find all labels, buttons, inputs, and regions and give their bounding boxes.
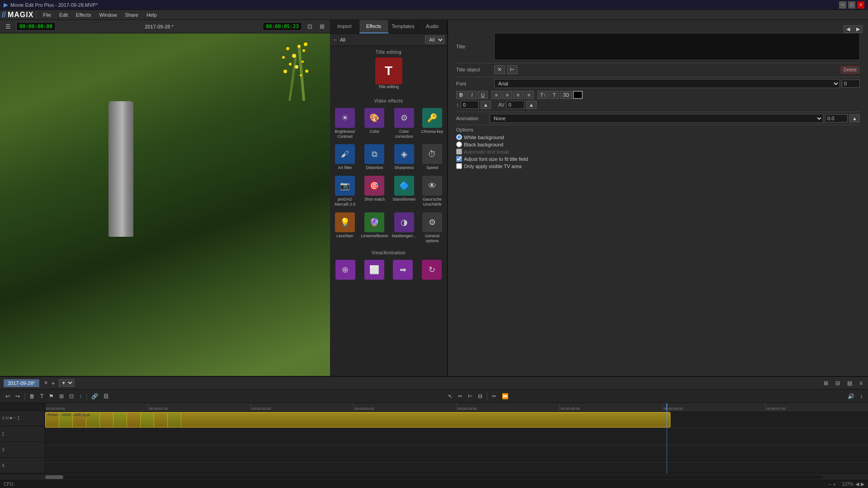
track-mute-btn[interactable]: M — [5, 416, 9, 420]
timeline-add-dropdown[interactable]: ▼ — [59, 379, 74, 387]
menu-help[interactable]: Help — [143, 11, 160, 19]
align-right-button[interactable]: ≡ — [513, 91, 523, 99]
timeline-view-btn-1[interactable]: ⊞ — [822, 379, 830, 387]
animation-up-button[interactable]: ▲ — [849, 114, 860, 122]
tab-audio[interactable]: Audio — [418, 20, 447, 33]
black-bg-radio[interactable] — [456, 141, 462, 147]
text-style-button[interactable]: T — [549, 91, 559, 99]
tl-title[interactable]: T — [38, 392, 45, 400]
effects-filter-dropdown[interactable]: All — [425, 36, 444, 44]
effect-brightness-contrast[interactable]: ☀ Brightness/Contrast — [332, 106, 358, 141]
anim-item-1[interactable]: ⊕ — [332, 258, 359, 283]
timeline-tab-close[interactable]: ✕ — [44, 380, 48, 386]
track-lock-btn[interactable]: ■ — [10, 416, 12, 420]
close-button[interactable]: ✕ — [857, 1, 864, 9]
animation-select[interactable]: None — [490, 114, 823, 123]
track-solo-btn[interactable]: S — [2, 416, 5, 420]
tab-import[interactable]: Import — [330, 20, 359, 33]
tl-redo[interactable]: ↪ — [14, 392, 22, 400]
title-editing-icon[interactable]: T — [375, 57, 402, 84]
tl-delete[interactable]: 🗑 — [28, 392, 37, 400]
timeline-scrollbar[interactable] — [0, 474, 868, 480]
effect-lens-reflection[interactable]: 🔮 Linsenreflexion — [360, 211, 389, 245]
line-spacing-input[interactable] — [461, 101, 479, 109]
underline-button[interactable]: U — [478, 91, 488, 99]
timeline-tracks[interactable]: 00:00:00:00 00:00:01:00 00:00:02:00 00:0… — [45, 403, 868, 474]
video-clip[interactable]: Robin - 3908 - edit.mp4 — [45, 412, 670, 427]
3d-button[interactable]: 3D — [560, 91, 572, 99]
tab-templates[interactable]: Templates — [389, 20, 418, 33]
tl-cut[interactable]: ✂ — [456, 392, 464, 400]
animation-value-input[interactable] — [825, 114, 848, 122]
effect-gaussian-blur[interactable]: 👁 Gaus'scheUnschärfe — [419, 174, 445, 209]
effect-general-options[interactable]: ⚙ Generaloptions — [419, 211, 445, 245]
anim-item-4[interactable]: ↻ — [418, 258, 445, 283]
effects-back-button[interactable]: ← — [333, 37, 338, 43]
track-split-btn[interactable]: ÷: — [13, 416, 16, 420]
auto-break-checkbox[interactable] — [456, 149, 462, 155]
menu-window[interactable]: Window — [95, 11, 120, 19]
effect-transformers[interactable]: 🔷 Stansformen — [391, 174, 417, 209]
zoom-in-button[interactable]: + — [833, 482, 836, 487]
visible-tv-checkbox[interactable] — [456, 163, 462, 169]
timeline-tab[interactable]: 2017-09-28* — [4, 379, 39, 387]
tl-select[interactable]: ↖ — [446, 392, 454, 400]
timeline-view-btn-3[interactable]: ▤ — [845, 379, 854, 387]
align-left-button[interactable]: ≡ — [491, 91, 501, 99]
tl-trim[interactable]: ✂ — [490, 392, 498, 400]
color-box-button[interactable] — [573, 91, 583, 99]
tl-link[interactable]: 🔗 — [90, 392, 100, 400]
menu-edit[interactable]: Edit — [56, 11, 71, 19]
prop-nav-prev-button[interactable]: ◀ — [844, 25, 853, 33]
prop-nav-next-button[interactable]: ▶ — [854, 25, 863, 33]
anim-item-2[interactable]: ⬜ — [361, 258, 388, 283]
title-editing-item[interactable]: T Title editing — [375, 57, 402, 89]
timeline-view-btn-2[interactable]: ⊟ — [834, 379, 842, 387]
expand-button[interactable]: ⊞ — [318, 22, 326, 31]
effect-chroma-key[interactable]: 🔑 Chroma key — [419, 106, 445, 141]
maximize-button[interactable]: □ — [848, 1, 855, 9]
align-center-button[interactable]: ≡ — [502, 91, 512, 99]
menu-file[interactable]: File — [39, 11, 55, 19]
font-select[interactable]: Arial — [494, 79, 840, 88]
fullscreen-button[interactable]: ⊡ — [306, 22, 314, 31]
tl-speed[interactable]: ⏩ — [500, 392, 510, 400]
effect-mask[interactable]: ◑ Maskengen... — [391, 211, 417, 245]
title-text-preview[interactable] — [494, 33, 860, 60]
effect-color[interactable]: 🎨 Color — [360, 106, 389, 141]
spacing-up-button[interactable]: ▲ — [481, 101, 491, 109]
effect-distortion[interactable]: ⧉ Distortion — [360, 142, 389, 172]
tab-effects[interactable]: Effects — [359, 20, 389, 33]
timeline-zoom-out[interactable]: ◀ — [855, 481, 859, 487]
tl-unlink[interactable]: ⛓ — [102, 392, 111, 400]
tl-group[interactable]: ⊡ — [67, 392, 75, 400]
adjust-font-checkbox[interactable] — [456, 156, 462, 162]
superscript-button[interactable]: T↑ — [538, 91, 548, 99]
delete-button[interactable]: Delete — [840, 66, 860, 74]
av-up-button[interactable]: ▲ — [526, 101, 537, 109]
align-justify-button[interactable]: ≡ — [524, 91, 534, 99]
white-bg-radio[interactable] — [456, 134, 462, 140]
anim-item-3[interactable]: ➡ — [390, 258, 417, 283]
tl-vol-control[interactable]: ↕ — [858, 392, 864, 400]
effect-leuchten[interactable]: 💡 Leuchten — [332, 211, 358, 245]
timeline-add-button[interactable]: + — [52, 380, 55, 387]
av-input[interactable] — [506, 101, 524, 109]
effect-sharpness[interactable]: ◈ Sharpness — [391, 142, 417, 172]
effect-shot-match[interactable]: 🎯 Shot match — [360, 174, 389, 209]
title-object-pin-btn[interactable]: ⊢ — [507, 65, 518, 74]
timeline-scroll-thumb[interactable] — [45, 475, 63, 479]
timeline-zoom-in[interactable]: ▶ — [861, 481, 864, 487]
effect-speed[interactable]: ⏱ Speed — [419, 142, 445, 172]
timeline-scroll-track[interactable] — [45, 475, 823, 479]
hamburger-menu-button[interactable]: ☰ — [4, 22, 13, 31]
italic-button[interactable]: I — [467, 91, 477, 99]
timeline-view-btn-4[interactable]: ≡ — [858, 379, 864, 387]
tl-range[interactable]: ⊢ — [466, 392, 474, 400]
tl-vol-mute[interactable]: 🔊 — [846, 392, 856, 400]
bold-button[interactable]: B — [456, 91, 466, 99]
font-size-input[interactable] — [842, 80, 860, 88]
tl-undo[interactable]: ↩ — [4, 392, 12, 400]
title-object-link-btn[interactable]: ✕ — [494, 65, 505, 74]
tl-marker[interactable]: ⚑ — [47, 392, 56, 400]
